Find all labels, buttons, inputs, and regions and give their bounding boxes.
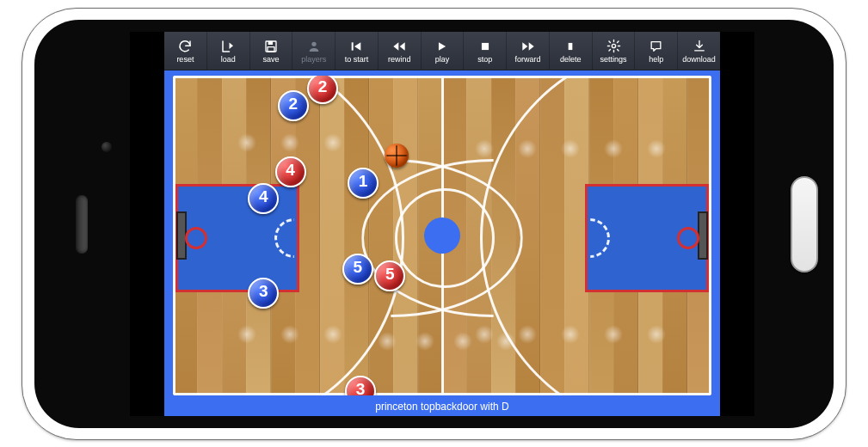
toolbar-label: delete <box>560 55 582 64</box>
basketball[interactable] <box>385 144 409 168</box>
svg-rect-1 <box>268 41 273 45</box>
player-red-4[interactable]: 4 <box>275 156 306 187</box>
help-icon <box>649 39 663 54</box>
player-blue-2[interactable]: 2 <box>278 90 309 121</box>
play-name-label: princeton topbackdoor with D <box>164 397 720 416</box>
toolbar-label: load <box>221 55 236 64</box>
save-button[interactable]: save <box>250 32 293 70</box>
play-icon <box>436 39 448 54</box>
rewind-button[interactable]: rewind <box>379 32 422 70</box>
delete-button[interactable]: delete <box>550 32 593 70</box>
toolbar-label: rewind <box>388 55 411 64</box>
svg-rect-5 <box>482 42 489 49</box>
reset-button[interactable]: reset <box>164 32 207 70</box>
svg-point-7 <box>612 44 615 47</box>
players-icon <box>307 39 321 54</box>
svg-rect-4 <box>352 42 354 50</box>
to-start-button[interactable]: to start <box>336 32 379 70</box>
phone-screen: resetloadsaveplayersto startrewindplayst… <box>130 32 754 416</box>
save-icon <box>264 39 278 54</box>
players-button: players <box>292 32 336 70</box>
settings-icon <box>606 39 621 54</box>
help-button[interactable]: help <box>635 32 678 70</box>
phone-bezel: resetloadsaveplayersto startrewindplayst… <box>34 20 834 428</box>
hoop-right <box>682 211 708 260</box>
toolbar-label: players <box>301 55 326 64</box>
player-blue-5[interactable]: 5 <box>342 254 373 285</box>
play-button[interactable]: play <box>422 32 465 70</box>
svg-rect-2 <box>268 46 274 51</box>
toolbar-label: download <box>682 55 716 64</box>
phone-frame: resetloadsaveplayersto startrewindplayst… <box>22 8 846 440</box>
settings-button[interactable]: settings <box>593 32 636 70</box>
toolbar-label: stop <box>477 55 492 64</box>
player-blue-1[interactable]: 1 <box>348 168 379 199</box>
delete-icon <box>564 39 576 54</box>
toolbar-label: forward <box>515 55 541 64</box>
toolbar-label: save <box>262 55 279 64</box>
svg-rect-6 <box>569 42 573 49</box>
toolbar-label: settings <box>600 55 627 64</box>
phone-camera <box>102 142 112 152</box>
toolbar: resetloadsaveplayersto startrewindplayst… <box>164 32 720 70</box>
phone-speaker <box>76 195 88 254</box>
download-button[interactable]: download <box>678 32 720 70</box>
basketball-court[interactable]: 234512345 <box>173 76 711 395</box>
court-container: 234512345 <box>164 70 720 397</box>
to-start-icon <box>349 39 363 54</box>
toolbar-label: to start <box>345 55 369 64</box>
court-lines <box>173 76 711 395</box>
forward-button[interactable]: forward <box>507 32 550 70</box>
toolbar-label: play <box>435 55 450 64</box>
hoop-left <box>176 211 202 260</box>
toolbar-label: help <box>649 55 663 64</box>
download-icon <box>693 39 706 54</box>
app-root: resetloadsaveplayersto startrewindplayst… <box>164 32 720 416</box>
toolbar-label: reset <box>176 55 194 64</box>
stop-icon <box>479 39 491 54</box>
stop-button[interactable]: stop <box>464 32 507 70</box>
phone-home-button[interactable] <box>791 176 818 272</box>
svg-point-3 <box>311 41 316 46</box>
player-red-5[interactable]: 5 <box>374 260 405 291</box>
forward-icon <box>520 39 536 54</box>
load-button[interactable]: load <box>207 32 250 70</box>
load-icon <box>220 39 236 54</box>
rewind-icon <box>391 39 407 54</box>
reset-icon <box>177 39 193 54</box>
